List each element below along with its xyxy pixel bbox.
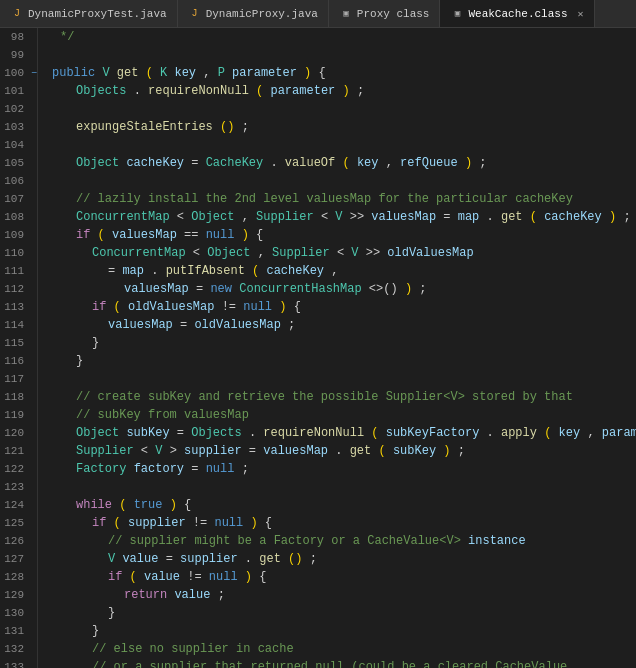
line-127: 127 xyxy=(0,550,37,568)
code-line-127: V value = supplier . get () ; xyxy=(42,550,636,568)
line-99: 99 xyxy=(0,46,37,64)
line-125: 125 xyxy=(0,514,37,532)
code-line-109: if ( valuesMap == null ) { xyxy=(42,226,636,244)
code-line-133: // or a supplier that returned null (cou… xyxy=(42,658,636,668)
line-121: 121 xyxy=(0,442,37,460)
line-104: 104 xyxy=(0,136,37,154)
line-108: 108 xyxy=(0,208,37,226)
line-116: 116 xyxy=(0,352,37,370)
line-110: 110 xyxy=(0,244,37,262)
code-line-106 xyxy=(42,172,636,190)
line-126: 126 xyxy=(0,532,37,550)
line-132: 132 xyxy=(0,640,37,658)
tab-label-3: Proxy class xyxy=(357,8,430,20)
tab-weakcache[interactable]: ▣ WeakCache.class ✕ xyxy=(440,0,594,27)
tab-dynamicproxytest[interactable]: J DynamicProxyTest.java xyxy=(0,0,178,27)
code-line-104 xyxy=(42,136,636,154)
tab-proxy-class[interactable]: ▣ Proxy class xyxy=(329,0,441,27)
line-98: 98 xyxy=(0,28,37,46)
code-line-128: if ( value != null ) { xyxy=(42,568,636,586)
code-line-120: Object subKey = Objects . requireNonNull… xyxy=(42,424,636,442)
code-line-129: return value ; xyxy=(42,586,636,604)
tab-dynamicproxy[interactable]: J DynamicProxy.java xyxy=(178,0,329,27)
code-line-126: // supplier might be a Factory or a Cach… xyxy=(42,532,636,550)
line-131: 131 xyxy=(0,622,37,640)
code-line-107: // lazily install the 2nd level valuesMa… xyxy=(42,190,636,208)
tab-label-4: WeakCache.class xyxy=(468,8,567,20)
java-icon-2: J xyxy=(188,7,202,21)
line-106: 106 xyxy=(0,172,37,190)
code-lines: */ public V get ( K key xyxy=(42,28,636,668)
line-107: 107 xyxy=(0,190,37,208)
code-line-111: = map . putIfAbsent ( cacheKey , xyxy=(42,262,636,280)
line-105: 105 xyxy=(0,154,37,172)
line-101: 101 xyxy=(0,82,37,100)
code-line-108: ConcurrentMap < Object , Supplier < V >>… xyxy=(42,208,636,226)
line-120: 120 xyxy=(0,424,37,442)
line-115: 115 xyxy=(0,334,37,352)
code-line-115: } xyxy=(42,334,636,352)
code-line-122: Factory factory = null ; xyxy=(42,460,636,478)
line-119: 119 xyxy=(0,406,37,424)
editor-container: J DynamicProxyTest.java J DynamicProxy.j… xyxy=(0,0,636,668)
code-line-118: // create subKey and retrieve the possib… xyxy=(42,388,636,406)
code-line-131: } xyxy=(42,622,636,640)
line-gutter: 98 99 100 − 101 xyxy=(0,28,38,668)
class-icon-2: ▣ xyxy=(450,7,464,21)
code-line-112: valuesMap = new ConcurrentHashMap <>() )… xyxy=(42,280,636,298)
line-113: 113 xyxy=(0,298,37,316)
code-line-132: // else no supplier in cache xyxy=(42,640,636,658)
close-tab-button[interactable]: ✕ xyxy=(578,8,584,20)
line-124: 124 xyxy=(0,496,37,514)
java-icon: J xyxy=(10,7,24,21)
line-129: 129 xyxy=(0,586,37,604)
class-icon: ▣ xyxy=(339,7,353,21)
code-line-114: valuesMap = oldValuesMap ; xyxy=(42,316,636,334)
code-line-116: } xyxy=(42,352,636,370)
line-123: 123 xyxy=(0,478,37,496)
code-line-102 xyxy=(42,100,636,118)
code-line-119: // subKey from valuesMap xyxy=(42,406,636,424)
code-line-117 xyxy=(42,370,636,388)
editor-area: 98 99 100 − 101 xyxy=(0,28,636,668)
tab-label-2: DynamicProxy.java xyxy=(206,8,318,20)
code-line-130: } xyxy=(42,604,636,622)
code-line-98: */ xyxy=(42,28,636,46)
line-111: 111 xyxy=(0,262,37,280)
line-117: 117 xyxy=(0,370,37,388)
line-103: 103 xyxy=(0,118,37,136)
code-content[interactable]: */ public V get ( K key xyxy=(38,28,636,668)
line-114: 114 xyxy=(0,316,37,334)
code-line-100: public V get ( K key , P parameter xyxy=(42,64,636,82)
code-line-121: Supplier < V > supplier = valuesMap . ge… xyxy=(42,442,636,460)
code-line-103: expungeStaleEntries () ; xyxy=(42,118,636,136)
code-line-123 xyxy=(42,478,636,496)
line-102: 102 xyxy=(0,100,37,118)
code-line-105: Object cacheKey = CacheKey . valueOf ( k… xyxy=(42,154,636,172)
tab-bar: J DynamicProxyTest.java J DynamicProxy.j… xyxy=(0,0,636,28)
code-line-110: ConcurrentMap < Object , Supplier < V >>… xyxy=(42,244,636,262)
code-line-125: if ( supplier != null ) { xyxy=(42,514,636,532)
tab-label: DynamicProxyTest.java xyxy=(28,8,167,20)
line-numbers: 98 99 100 − 101 xyxy=(0,28,37,668)
code-line-124: while ( true ) { xyxy=(42,496,636,514)
code-line-99 xyxy=(42,46,636,64)
line-122: 122 xyxy=(0,460,37,478)
line-109: 109 xyxy=(0,226,37,244)
code-line-101: Objects . requireNonNull ( parameter ) ; xyxy=(42,82,636,100)
code-line-113: if ( oldValuesMap != null ) { xyxy=(42,298,636,316)
line-130: 130 xyxy=(0,604,37,622)
line-128: 128 xyxy=(0,568,37,586)
line-118: 118 xyxy=(0,388,37,406)
line-112: 112 xyxy=(0,280,37,298)
line-133: 133 xyxy=(0,658,37,668)
line-100: 100 − xyxy=(0,64,37,82)
